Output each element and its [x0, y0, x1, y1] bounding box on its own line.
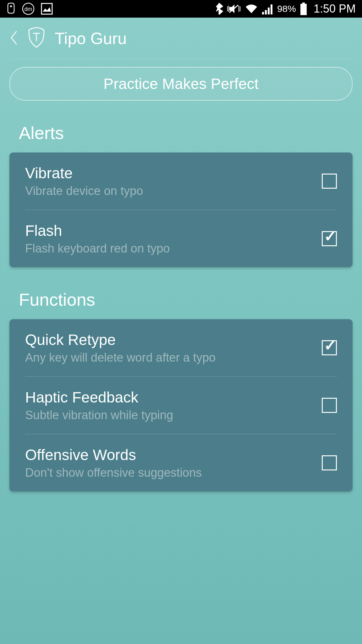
bluetooth-icon — [215, 3, 223, 15]
checkbox-unchecked[interactable] — [322, 174, 337, 189]
checkbox-unchecked[interactable] — [322, 455, 337, 470]
header-divider — [9, 59, 353, 59]
setting-title: Flash — [25, 222, 322, 239]
setting-title: Vibrate — [25, 164, 322, 182]
svg-rect-7 — [265, 10, 267, 14]
setting-vibrate[interactable]: Vibrate Vibrate device on typo — [9, 153, 353, 210]
clock-time: 1:50 PM — [314, 2, 356, 15]
app-header: Tipo Guru — [0, 18, 362, 59]
app-title: Tipo Guru — [55, 29, 127, 48]
setting-text: Vibrate Vibrate device on typo — [25, 164, 322, 198]
setting-subtitle: Any key will delete word after a typo — [25, 351, 322, 364]
svg-text:dm: dm — [24, 6, 32, 12]
setting-subtitle: Subtle vibration while typing — [25, 408, 322, 422]
alerts-card: Vibrate Vibrate device on typo Flash Fla… — [9, 153, 353, 267]
setting-title: Haptic Feedback — [25, 389, 322, 406]
notification-icon — [6, 3, 16, 15]
setting-title: Offensive Words — [25, 446, 322, 464]
svg-rect-6 — [262, 12, 264, 14]
dm-icon: dm — [22, 3, 35, 15]
functions-card: Quick Retype Any key will delete word af… — [9, 319, 353, 491]
wifi-icon — [244, 3, 258, 14]
svg-rect-4 — [41, 3, 52, 14]
setting-text: Quick Retype Any key will delete word af… — [25, 331, 322, 364]
setting-offensive-words[interactable]: Offensive Words Don't show offensive sug… — [9, 434, 353, 491]
svg-point-1 — [10, 5, 12, 7]
setting-text: Haptic Feedback Subtle vibration while t… — [25, 389, 322, 422]
status-bar: dm 98% 1:50 PM — [0, 0, 362, 18]
setting-subtitle: Vibrate device on typo — [25, 184, 322, 198]
setting-subtitle: Don't show offensive suggestions — [25, 466, 322, 480]
vibrate-mute-icon — [227, 3, 241, 15]
setting-quick-retype[interactable]: Quick Retype Any key will delete word af… — [9, 319, 353, 376]
setting-text: Offensive Words Don't show offensive sug… — [25, 446, 322, 480]
setting-title: Quick Retype — [25, 331, 322, 348]
image-icon — [41, 3, 53, 15]
practice-button[interactable]: Practice Makes Perfect — [9, 67, 353, 101]
svg-rect-8 — [268, 8, 270, 14]
signal-icon — [262, 3, 273, 14]
shield-logo-icon — [28, 27, 45, 50]
setting-haptic-feedback[interactable]: Haptic Feedback Subtle vibration while t… — [9, 377, 353, 434]
section-title-alerts: Alerts — [0, 113, 362, 153]
checkbox-checked[interactable]: ✓ — [322, 340, 337, 355]
status-left-icons: dm — [6, 3, 53, 15]
checkmark-icon: ✓ — [324, 229, 337, 244]
status-right-icons: 98% 1:50 PM — [215, 2, 356, 15]
battery-icon — [300, 3, 307, 15]
checkbox-unchecked[interactable] — [322, 398, 337, 413]
setting-flash[interactable]: Flash Flash keyboard red on typo ✓ — [9, 210, 353, 267]
back-icon[interactable] — [9, 30, 18, 47]
setting-text: Flash Flash keyboard red on typo — [25, 222, 322, 255]
svg-rect-0 — [8, 3, 14, 13]
checkbox-checked[interactable]: ✓ — [322, 231, 337, 246]
checkmark-icon: ✓ — [324, 338, 337, 353]
svg-rect-11 — [300, 4, 307, 15]
battery-percent: 98% — [277, 3, 296, 14]
section-title-functions: Functions — [0, 280, 362, 319]
setting-subtitle: Flash keyboard red on typo — [25, 242, 322, 255]
svg-rect-10 — [302, 3, 305, 4]
svg-rect-9 — [271, 4, 272, 14]
